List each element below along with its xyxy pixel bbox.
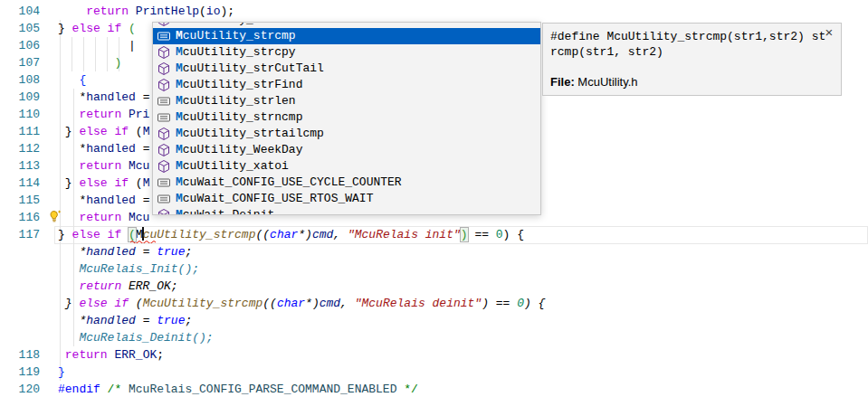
intellisense-suggest-widget: McuUtility_strcatPadMcuUtility_strcmpMcu… [152, 22, 541, 215]
code-line[interactable]: return PrintHelp(io); [58, 3, 234, 20]
code-token: else if [72, 22, 129, 35]
code-token: McuRelais_CONFIG_PARSE_COMMAND_ENABLED [129, 383, 396, 396]
suggest-item[interactable]: McuWait_Deinit [153, 207, 540, 215]
code-line[interactable]: return ERR_OK; [58, 346, 164, 364]
code-token: ( [136, 176, 143, 190]
code-line[interactable]: *handled = [58, 192, 157, 209]
code-line[interactable]: } else if ( [58, 20, 136, 37]
code-token: (( [262, 297, 277, 310]
code-token: cmd [312, 228, 333, 241]
symbol-method-icon [157, 61, 171, 76]
suggest-item[interactable]: McuUtility_xatoi [153, 158, 540, 175]
code-token: 0 [496, 228, 503, 241]
code-token: == [468, 228, 496, 241]
code-line[interactable]: { [58, 71, 86, 89]
code-token: } [58, 365, 65, 379]
code-token: { [58, 73, 86, 87]
ghost-text-line[interactable]: *handled = true; [58, 312, 192, 329]
symbol-method-icon [157, 22, 171, 27]
code-line[interactable]: | [58, 37, 136, 54]
code-token: ERR_OK [114, 348, 157, 362]
code-token: handled [86, 90, 136, 104]
code-token: return [79, 108, 129, 121]
code-token: "McuRelais init" [348, 228, 461, 241]
code-token: Mcu [129, 159, 149, 173]
code-token: return [79, 279, 129, 293]
code-line[interactable]: return Pri [58, 106, 149, 123]
ghost-text-line[interactable]: McuRelais_Deinit(); [58, 329, 214, 346]
suggest-item[interactable]: McuUtility_strcpy [153, 44, 540, 61]
suggest-item[interactable]: McuUtility_strncmp [153, 109, 540, 126]
code-token: return [65, 348, 115, 362]
code-token: /* [108, 383, 129, 396]
code-token: * [58, 142, 86, 156]
code-token: McuUtility_strcmp [143, 297, 263, 310]
suggest-item[interactable]: McuWait_CONFIG_USE_RTOS_WAIT [153, 191, 540, 207]
code-token: else if [72, 228, 129, 241]
code-token: ); [220, 5, 234, 18]
lightbulb-code-action-icon[interactable] [48, 209, 62, 223]
code-token: char [277, 297, 305, 310]
close-icon[interactable]: × [822, 25, 836, 40]
code-token: } [58, 22, 72, 35]
code-token: #endif [58, 383, 108, 396]
code-token: ) { [524, 297, 545, 310]
code-line[interactable]: } else if (M [58, 123, 149, 140]
code-token: PrintHelp [136, 5, 199, 18]
code-token: Mcu [129, 211, 149, 224]
suggest-item[interactable]: McuUtility_strFind [153, 77, 540, 93]
code-token: ; [185, 314, 192, 327]
code-token [58, 279, 79, 293]
code-token: *) [298, 228, 312, 241]
code-token: } [58, 176, 79, 190]
code-token [58, 348, 65, 362]
code-token: McuRelais_Deinit(); [58, 331, 214, 345]
code-token: Pri [129, 108, 149, 121]
code-line[interactable]: *handled = [58, 89, 157, 106]
suggest-item[interactable]: McuUtility_strcmp [153, 28, 540, 44]
ghost-text-line[interactable]: *handled = true; [58, 243, 192, 260]
code-token: "McuRelais deinit" [355, 297, 482, 310]
code-token [58, 5, 86, 18]
code-token: } [58, 228, 72, 241]
code-token: else if [79, 297, 135, 310]
ghost-text-line[interactable]: McuRelais_Init(); [58, 260, 199, 278]
code-line[interactable]: *handled = [58, 140, 157, 157]
ghost-text-line[interactable]: return ERR_OK; [58, 278, 178, 295]
symbol-constant-icon [157, 29, 171, 43]
docs-define-line1: #define McuUtility_strcmp(str1,str2) st [550, 29, 825, 44]
code-line[interactable]: #endif /* McuRelais_CONFIG_PARSE_COMMAND… [58, 381, 418, 397]
code-token: handled [86, 314, 136, 327]
code-line[interactable]: ) [58, 54, 121, 71]
code-token: return [79, 211, 129, 224]
suggest-item[interactable]: McuUtility_strtailcmp [153, 126, 540, 142]
suggest-item-label: McuWait_CONFIG_USE_CYCLE_COUNTER [176, 175, 402, 191]
code-token: else if [79, 176, 135, 190]
symbol-constant-icon [157, 192, 171, 206]
suggest-item[interactable]: McuUtility_strCutTail [153, 61, 540, 77]
code-token: ( [136, 297, 143, 310]
code-line[interactable]: return Mcu [58, 209, 149, 226]
code-line[interactable]: } else if (M [58, 175, 149, 192]
code-token: handled [86, 194, 136, 207]
code-line[interactable]: } [58, 364, 65, 381]
code-token: * [58, 194, 86, 207]
code-line[interactable]: return Mcu [58, 157, 149, 175]
symbol-method-icon [157, 127, 171, 141]
suggest-item[interactable]: McuWait_CONFIG_USE_CYCLE_COUNTER [153, 175, 540, 191]
code-token: (( [255, 228, 270, 241]
ghost-text-line[interactable]: } else if (McuUtility_strcmp((char*)cmd,… [58, 295, 545, 312]
symbol-constant-icon [157, 175, 171, 190]
suggest-item[interactable]: McuUtility_strlen [153, 93, 540, 109]
code-line[interactable]: } else if (McuUtility_strcmp((char*)cmd,… [58, 226, 524, 243]
code-token: else if [79, 125, 135, 138]
suggest-item-label: McuUtility_strncmp [176, 109, 302, 126]
code-token: ERR_OK; [129, 279, 178, 293]
suggest-item[interactable]: McuUtility_strcatPad [153, 22, 540, 28]
code-token: M [143, 125, 150, 138]
code-token: ) [114, 56, 121, 70]
suggest-item[interactable]: McuUtility_WeekDay [153, 142, 540, 158]
code-token: ( [199, 5, 206, 18]
code-token: = [136, 314, 157, 327]
docs-file-row: File: McuUtility.h [550, 75, 638, 89]
